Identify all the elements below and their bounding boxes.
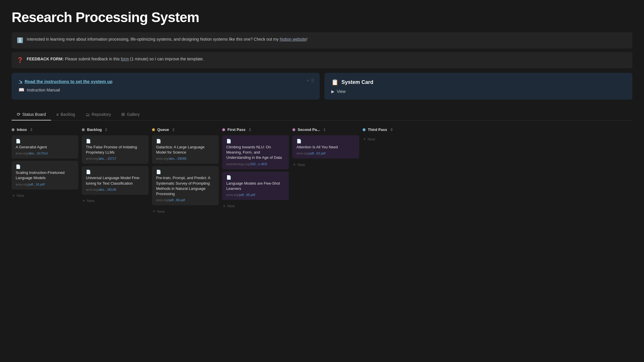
kcard-url: arxiv.org/abs....6175v3 [16, 152, 74, 155]
kcard-url: aclanthology.org/202...n.463/ [226, 162, 285, 166]
col-label-first-pass: First Pass [227, 127, 245, 132]
status-board-tab-label: Status Board [22, 112, 46, 117]
add-plus-icon: + [223, 203, 225, 209]
kcard-title: Language Models are Few-Shot Learners [226, 181, 285, 191]
tab-gallery[interactable]: ⊞ Gallery [116, 109, 145, 120]
add-new-second-pass[interactable]: + New [292, 161, 359, 168]
col-dot-queue [152, 128, 155, 131]
kcard-url: arxiv.org/pdf...62.pdf [296, 152, 355, 155]
kanban-column-first-pass: First Pass2📄Climbing towards NLU: On Mea… [222, 127, 289, 210]
col-count-backlog: 2 [105, 128, 107, 132]
tab-status-board[interactable]: ⟳ Status Board [12, 109, 51, 120]
col-header-second-pass: Second Pa...1 [292, 127, 359, 132]
kcard-title: Universal Language Model Fine-tuning for… [86, 175, 144, 186]
kanban-card-backlog-1[interactable]: 📄Universal Language Model Fine-tuning fo… [82, 166, 149, 194]
play-icon: ▶ [331, 89, 334, 94]
system-card: 📋 System Card ▶ View [324, 73, 632, 100]
instruction-link[interactable]: ↘ Read the instructions to set the syste… [19, 79, 313, 84]
add-new-first-pass[interactable]: + New [222, 202, 289, 210]
system-card-title-row: 📋 System Card [331, 79, 625, 86]
kanban-card-inbox-1[interactable]: 📄Scaling Instruction-Finetuned Language … [12, 161, 78, 189]
kcard-title: Scaling Instruction-Finetuned Language M… [16, 170, 74, 181]
info-callout: ℹ️ Interested in learning more about inf… [12, 32, 632, 48]
plus-icon[interactable]: + [307, 78, 309, 84]
col-dot-inbox [12, 128, 15, 131]
col-dot-third-pass [363, 128, 366, 131]
drag-icon[interactable]: ⠿ [311, 78, 314, 84]
feedback-form-link[interactable]: form [121, 57, 129, 61]
add-new-inbox[interactable]: + New [12, 192, 78, 199]
paper-icon: 📄 [86, 139, 144, 143]
kanban-column-queue: Queue2📄Galactica: A Large Language Model… [152, 127, 219, 215]
kcard-url: arxiv.org/pdf...65.pdf [226, 193, 285, 197]
col-label-queue: Queue [157, 127, 169, 132]
instruction-manual-item[interactable]: 📖 Instruction Manual [19, 87, 313, 93]
kcard-title: Pre-train, Prompt, and Predict: A System… [156, 175, 215, 197]
tab-repository[interactable]: 🗂 Repository [80, 109, 116, 120]
paper-icon: 📄 [16, 164, 74, 169]
col-count-queue: 2 [172, 128, 174, 132]
kanban-card-queue-0[interactable]: 📄Galactica: A Large Language Model for S… [152, 135, 219, 164]
kcard-url: arxiv.org/pdf...86.pdf [156, 198, 215, 202]
kanban-column-second-pass: Second Pa...1📄Attention Is All You Needa… [292, 127, 359, 168]
repository-tab-label: Repository [92, 112, 111, 117]
add-plus-icon: + [153, 209, 155, 214]
add-new-backlog[interactable]: + New [82, 197, 149, 205]
col-dot-first-pass [222, 128, 225, 131]
kanban-column-backlog: Backlog2📄The False Promise of Imitating … [82, 127, 149, 205]
kanban-card-first-pass-0[interactable]: 📄Climbing towards NLU: On Meaning, Form,… [222, 135, 289, 169]
kcard-url: arxiv.org/pdf...16.pdf [16, 183, 74, 186]
kcard-url: arxiv.org/abs....06146 [86, 188, 144, 191]
paper-icon: 📄 [156, 170, 215, 174]
kcard-url: arxiv.org/abs....09085 [156, 157, 215, 160]
view-tabs: ⟳ Status Board ≡ Backlog 🗂 Repository ⊞ … [12, 109, 632, 120]
add-plus-icon: + [363, 136, 366, 142]
instruction-manual-label: Instruction Manual [27, 88, 60, 92]
repository-tab-icon: 🗂 [86, 112, 90, 117]
system-card-title: System Card [341, 79, 373, 85]
add-plus-icon: + [293, 162, 296, 167]
kanban-card-second-pass-0[interactable]: 📄Attention Is All You Needarxiv.org/pdf.… [292, 135, 359, 159]
add-new-third-pass[interactable]: + New [363, 135, 429, 143]
paper-icon: 📄 [86, 170, 144, 174]
paper-icon: 📄 [226, 175, 285, 180]
view-label: View [337, 89, 345, 94]
gallery-tab-icon: ⊞ [121, 112, 125, 117]
backlog-tab-icon: ≡ [56, 112, 59, 117]
book-icon: 📖 [19, 87, 24, 93]
col-dot-backlog [82, 128, 85, 131]
notion-website-link[interactable]: Notion website [280, 37, 306, 42]
kanban-card-first-pass-1[interactable]: 📄Language Models are Few-Shot Learnersar… [222, 172, 289, 200]
kcard-url: arxiv.org/abs....15717 [86, 157, 144, 160]
kanban-board: Inbox2📄A Generalist Agentarxiv.org/abs..… [12, 127, 632, 220]
add-new-queue[interactable]: + New [152, 208, 219, 215]
card-drag-controls: + ⠿ [307, 78, 314, 84]
col-header-queue: Queue2 [152, 127, 219, 132]
gallery-tab-label: Gallery [127, 112, 140, 117]
col-header-inbox: Inbox2 [12, 127, 78, 132]
kcard-title: The False Promise of Imitating Proprieta… [86, 145, 144, 155]
clipboard-icon: 📋 [331, 79, 339, 86]
col-dot-second-pass [292, 128, 295, 131]
system-card-view-button[interactable]: ▶ View [331, 89, 625, 94]
status-board-tab-icon: ⟳ [17, 112, 21, 117]
kanban-card-inbox-0[interactable]: 📄A Generalist Agentarxiv.org/abs....6175… [12, 135, 78, 159]
add-plus-icon: + [82, 198, 85, 203]
tab-backlog[interactable]: ≡ Backlog [51, 109, 80, 120]
col-count-second-pass: 1 [323, 128, 325, 132]
paper-icon: 📄 [296, 139, 355, 143]
kcard-title: A Generalist Agent [16, 145, 74, 150]
col-label-inbox: Inbox [17, 127, 27, 132]
feature-cards-container: + ⠿ ↘ Read the instructions to set the s… [12, 73, 632, 100]
arrow-diagonal-icon: ↘ [19, 79, 22, 84]
col-header-backlog: Backlog2 [82, 127, 149, 132]
col-label-backlog: Backlog [87, 127, 102, 132]
instruction-card: + ⠿ ↘ Read the instructions to set the s… [12, 73, 320, 100]
feedback-callout: ❓ FEEDBACK FORM: Please submit feedback … [12, 52, 632, 68]
kanban-card-queue-1[interactable]: 📄Pre-train, Prompt, and Predict: A Syste… [152, 166, 219, 205]
kanban-card-backlog-0[interactable]: 📄The False Promise of Imitating Propriet… [82, 135, 149, 164]
kanban-column-inbox: Inbox2📄A Generalist Agentarxiv.org/abs..… [12, 127, 78, 199]
page-title: Research Processing System [12, 9, 632, 25]
paper-icon: 📄 [226, 139, 285, 143]
kanban-column-third-pass: Third Pass0+ New [363, 127, 429, 143]
